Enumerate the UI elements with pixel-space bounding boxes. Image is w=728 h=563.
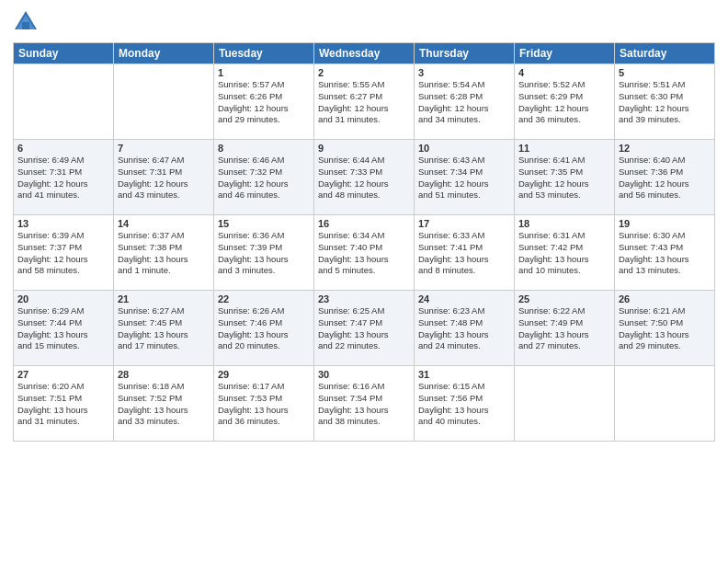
day-info: Sunrise: 6:27 AMSunset: 7:45 PMDaylight:…: [118, 305, 210, 352]
day-number: 4: [518, 67, 610, 78]
calendar-cell: 21Sunrise: 6:27 AMSunset: 7:45 PMDayligh…: [114, 291, 214, 366]
day-info: Sunrise: 6:44 AMSunset: 7:33 PMDaylight:…: [318, 155, 410, 201]
calendar-cell: 23Sunrise: 6:25 AMSunset: 7:47 PMDayligh…: [314, 291, 415, 366]
calendar-cell: 24Sunrise: 6:23 AMSunset: 7:48 PMDayligh…: [415, 291, 515, 366]
day-info: Sunrise: 6:34 AMSunset: 7:40 PMDaylight:…: [318, 230, 410, 277]
week-row-5: 27Sunrise: 6:20 AMSunset: 7:51 PMDayligh…: [14, 366, 715, 442]
day-info: Sunrise: 6:18 AMSunset: 7:52 PMDaylight:…: [118, 381, 210, 428]
calendar-cell: 3Sunrise: 5:54 AMSunset: 6:28 PMDaylight…: [415, 64, 515, 140]
calendar-cell: 18Sunrise: 6:31 AMSunset: 7:42 PMDayligh…: [515, 215, 615, 291]
calendar-cell: 26Sunrise: 6:21 AMSunset: 7:50 PMDayligh…: [615, 291, 715, 366]
calendar-cell: 14Sunrise: 6:37 AMSunset: 7:38 PMDayligh…: [114, 215, 214, 291]
calendar-cell: 7Sunrise: 6:47 AMSunset: 7:31 PMDaylight…: [114, 140, 214, 215]
day-info: Sunrise: 6:39 AMSunset: 7:37 PMDaylight:…: [17, 230, 109, 277]
calendar-cell: 22Sunrise: 6:26 AMSunset: 7:46 PMDayligh…: [214, 291, 314, 366]
day-number: 1: [218, 67, 310, 78]
week-row-2: 6Sunrise: 6:49 AMSunset: 7:31 PMDaylight…: [14, 140, 715, 215]
calendar-cell: 15Sunrise: 6:36 AMSunset: 7:39 PMDayligh…: [214, 215, 314, 291]
day-info: Sunrise: 6:40 AMSunset: 7:36 PMDaylight:…: [619, 155, 711, 201]
day-number: 25: [518, 293, 610, 304]
calendar-cell: 10Sunrise: 6:43 AMSunset: 7:34 PMDayligh…: [415, 140, 515, 215]
calendar-cell: 6Sunrise: 6:49 AMSunset: 7:31 PMDaylight…: [14, 140, 114, 215]
day-number: 17: [418, 218, 510, 229]
day-number: 16: [318, 218, 410, 229]
day-header-wednesday: Wednesday: [314, 43, 415, 64]
header: [13, 9, 715, 35]
day-info: Sunrise: 6:20 AMSunset: 7:51 PMDaylight:…: [17, 381, 109, 428]
logo-icon: [13, 9, 39, 35]
calendar-cell: 4Sunrise: 5:52 AMSunset: 6:29 PMDaylight…: [515, 64, 615, 140]
day-number: 18: [518, 218, 610, 229]
calendar-cell: [114, 64, 214, 140]
calendar-cell: 2Sunrise: 5:55 AMSunset: 6:27 PMDaylight…: [314, 64, 415, 140]
day-info: Sunrise: 6:37 AMSunset: 7:38 PMDaylight:…: [118, 230, 210, 277]
day-info: Sunrise: 5:54 AMSunset: 6:28 PMDaylight:…: [418, 79, 510, 126]
day-info: Sunrise: 6:21 AMSunset: 7:50 PMDaylight:…: [619, 305, 711, 352]
day-header-friday: Friday: [515, 43, 615, 64]
day-header-sunday: Sunday: [14, 43, 114, 64]
calendar-cell: 27Sunrise: 6:20 AMSunset: 7:51 PMDayligh…: [14, 366, 114, 442]
day-number: 24: [418, 293, 510, 304]
day-number: 20: [17, 293, 109, 304]
day-info: Sunrise: 5:55 AMSunset: 6:27 PMDaylight:…: [318, 79, 410, 126]
day-number: 29: [218, 369, 310, 380]
day-number: 26: [619, 293, 711, 304]
calendar-cell: 9Sunrise: 6:44 AMSunset: 7:33 PMDaylight…: [314, 140, 415, 215]
day-number: 11: [518, 143, 610, 154]
day-number: 2: [318, 67, 410, 78]
day-number: 10: [418, 143, 510, 154]
day-info: Sunrise: 5:57 AMSunset: 6:26 PMDaylight:…: [218, 79, 310, 126]
calendar-cell: 17Sunrise: 6:33 AMSunset: 7:41 PMDayligh…: [415, 215, 515, 291]
day-info: Sunrise: 6:22 AMSunset: 7:49 PMDaylight:…: [518, 305, 610, 352]
day-number: 5: [619, 67, 711, 78]
day-number: 21: [118, 293, 210, 304]
day-info: Sunrise: 6:16 AMSunset: 7:54 PMDaylight:…: [318, 381, 410, 428]
day-info: Sunrise: 6:47 AMSunset: 7:31 PMDaylight:…: [118, 155, 210, 201]
day-header-monday: Monday: [114, 43, 214, 64]
calendar-cell: 20Sunrise: 6:29 AMSunset: 7:44 PMDayligh…: [14, 291, 114, 366]
day-info: Sunrise: 6:17 AMSunset: 7:53 PMDaylight:…: [218, 381, 310, 428]
day-number: 28: [118, 369, 210, 380]
calendar-cell: 8Sunrise: 6:46 AMSunset: 7:32 PMDaylight…: [214, 140, 314, 215]
day-number: 3: [418, 67, 510, 78]
day-number: 19: [619, 218, 711, 229]
day-info: Sunrise: 6:29 AMSunset: 7:44 PMDaylight:…: [17, 305, 109, 352]
day-number: 31: [418, 369, 510, 380]
day-number: 13: [17, 218, 109, 229]
day-info: Sunrise: 5:52 AMSunset: 6:29 PMDaylight:…: [518, 79, 610, 126]
page: SundayMondayTuesdayWednesdayThursdayFrid…: [0, 0, 728, 563]
day-header-tuesday: Tuesday: [214, 43, 314, 64]
calendar-cell: 5Sunrise: 5:51 AMSunset: 6:30 PMDaylight…: [615, 64, 715, 140]
day-number: 23: [318, 293, 410, 304]
day-number: 27: [17, 369, 109, 380]
day-info: Sunrise: 6:43 AMSunset: 7:34 PMDaylight:…: [418, 155, 510, 201]
day-number: 15: [218, 218, 310, 229]
day-info: Sunrise: 6:26 AMSunset: 7:46 PMDaylight:…: [218, 305, 310, 352]
calendar-cell: 12Sunrise: 6:40 AMSunset: 7:36 PMDayligh…: [615, 140, 715, 215]
calendar-cell: 29Sunrise: 6:17 AMSunset: 7:53 PMDayligh…: [214, 366, 314, 442]
calendar-cell: 19Sunrise: 6:30 AMSunset: 7:43 PMDayligh…: [615, 215, 715, 291]
day-number: 9: [318, 143, 410, 154]
calendar-cell: [515, 366, 615, 442]
day-number: 7: [118, 143, 210, 154]
day-number: 8: [218, 143, 310, 154]
calendar-cell: 16Sunrise: 6:34 AMSunset: 7:40 PMDayligh…: [314, 215, 415, 291]
calendar-cell: 11Sunrise: 6:41 AMSunset: 7:35 PMDayligh…: [515, 140, 615, 215]
day-number: 6: [17, 143, 109, 154]
week-row-4: 20Sunrise: 6:29 AMSunset: 7:44 PMDayligh…: [14, 291, 715, 366]
calendar-cell: 1Sunrise: 5:57 AMSunset: 6:26 PMDaylight…: [214, 64, 314, 140]
day-info: Sunrise: 6:33 AMSunset: 7:41 PMDaylight:…: [418, 230, 510, 277]
day-header-thursday: Thursday: [415, 43, 515, 64]
day-info: Sunrise: 6:31 AMSunset: 7:42 PMDaylight:…: [518, 230, 610, 277]
day-info: Sunrise: 5:51 AMSunset: 6:30 PMDaylight:…: [619, 79, 711, 126]
calendar: SundayMondayTuesdayWednesdayThursdayFrid…: [13, 42, 715, 442]
day-info: Sunrise: 6:25 AMSunset: 7:47 PMDaylight:…: [318, 305, 410, 352]
day-info: Sunrise: 6:36 AMSunset: 7:39 PMDaylight:…: [218, 230, 310, 277]
calendar-cell: 13Sunrise: 6:39 AMSunset: 7:37 PMDayligh…: [14, 215, 114, 291]
day-info: Sunrise: 6:30 AMSunset: 7:43 PMDaylight:…: [619, 230, 711, 277]
calendar-header-row: SundayMondayTuesdayWednesdayThursdayFrid…: [14, 43, 715, 64]
day-number: 30: [318, 369, 410, 380]
calendar-cell: 28Sunrise: 6:18 AMSunset: 7:52 PMDayligh…: [114, 366, 214, 442]
week-row-1: 1Sunrise: 5:57 AMSunset: 6:26 PMDaylight…: [14, 64, 715, 140]
calendar-cell: [14, 64, 114, 140]
